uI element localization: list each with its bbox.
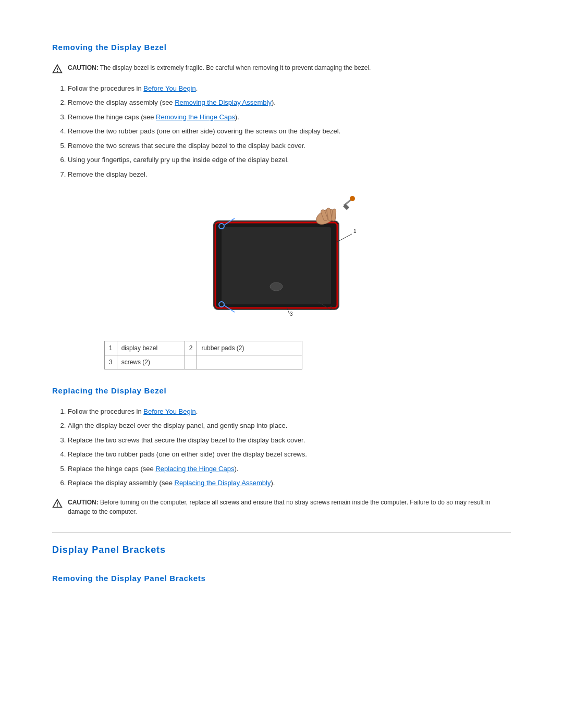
bezel-diagram: 1 2 3 <box>198 190 365 330</box>
before-you-begin-link-1[interactable]: Before You Begin <box>143 84 195 92</box>
parts-row-1: 1 display bezel 2 rubber pads (2) <box>105 341 302 355</box>
replacing-display-assembly-link[interactable]: Replacing the Display Assembly <box>175 479 271 487</box>
part-num-3: 3 <box>105 355 117 369</box>
replacing-hinge-caps-link[interactable]: Replacing the Hinge Caps <box>155 465 234 473</box>
rep-step-2: Align the display bezel over the display… <box>68 421 511 431</box>
removing-bezel-steps: Follow the procedures in Before You Begi… <box>52 83 511 180</box>
svg-text:3: 3 <box>290 311 293 317</box>
part-label-1: display bezel <box>117 341 185 355</box>
caution-label-1: CAUTION: <box>68 64 99 71</box>
svg-line-6 <box>337 234 352 242</box>
caution-text-1: CAUTION: The display bezel is extremely … <box>68 63 371 72</box>
svg-point-5 <box>270 282 283 291</box>
rep-step-3: Replace the two screws that secure the d… <box>68 435 511 446</box>
before-you-begin-link-2[interactable]: Before You Begin <box>143 408 195 415</box>
removing-brackets-subsection: Removing the Display Panel Brackets <box>52 573 511 585</box>
rep-step-4: Replace the two rubber pads (one on eith… <box>68 449 511 460</box>
part-empty-2 <box>197 355 302 369</box>
svg-text:2: 2 <box>329 305 333 311</box>
display-panel-brackets-section: Display Panel Brackets Removing the Disp… <box>52 543 511 585</box>
bezel-diagram-container: 1 2 3 <box>52 190 511 330</box>
step-7: Remove the display bezel. <box>68 169 511 180</box>
step-5: Remove the two screws that secure the di… <box>68 141 511 151</box>
step-3: Remove the hinge caps (see Removing the … <box>68 112 511 122</box>
rep-step-6: Replace the display assembly (see Replac… <box>68 478 511 488</box>
caution-triangle-icon-2 <box>52 498 63 509</box>
caution-text-2: CAUTION: Before turning on the computer,… <box>68 498 511 516</box>
caution-message-1: The display bezel is extremely fragile. … <box>100 64 371 71</box>
svg-text:1: 1 <box>353 228 357 234</box>
caution-label-2: CAUTION: <box>68 499 99 506</box>
removing-bezel-title: Removing the Display Bezel <box>52 42 511 54</box>
step-1: Follow the procedures in Before You Begi… <box>68 83 511 94</box>
caution-block-2: CAUTION: Before turning on the computer,… <box>52 498 511 516</box>
svg-rect-15 <box>332 209 336 221</box>
section-divider <box>52 532 511 533</box>
display-panel-brackets-title: Display Panel Brackets <box>52 543 511 557</box>
caution-message-2: Before turning on the computer, replace … <box>68 499 490 515</box>
caution-triangle-icon <box>52 64 63 74</box>
svg-point-22 <box>350 196 355 201</box>
part-num-1: 1 <box>105 341 117 355</box>
parts-table-bezel: 1 display bezel 2 rubber pads (2) 3 scre… <box>104 341 302 369</box>
replacing-bezel-steps: Follow the procedures in Before You Begi… <box>52 406 511 488</box>
svg-rect-4 <box>222 227 331 304</box>
part-label-3: screws (2) <box>117 355 185 369</box>
svg-point-24 <box>57 505 58 506</box>
caution-block-1: CAUTION: The display bezel is extremely … <box>52 63 511 74</box>
part-label-2: rubber pads (2) <box>197 341 302 355</box>
svg-point-1 <box>57 71 58 71</box>
removing-display-assembly-link[interactable]: Removing the Display Assembly <box>175 98 272 106</box>
step-6: Using your fingertips, carefully pry up … <box>68 155 511 165</box>
step-2: Remove the display assembly (see Removin… <box>68 97 511 108</box>
rep-step-5: Replace the hinge caps (see Replacing th… <box>68 464 511 474</box>
removing-bezel-section: Removing the Display Bezel CAUTION: The … <box>52 42 511 369</box>
replacing-bezel-section: Replacing the Display Bezel Follow the p… <box>52 385 511 516</box>
part-num-2: 2 <box>185 341 197 355</box>
removing-brackets-title: Removing the Display Panel Brackets <box>52 573 511 585</box>
part-empty-1 <box>185 355 197 369</box>
replacing-bezel-title: Replacing the Display Bezel <box>52 385 511 397</box>
rep-step-1: Follow the procedures in Before You Begi… <box>68 406 511 417</box>
removing-hinge-caps-link[interactable]: Removing the Hinge Caps <box>156 113 235 121</box>
step-4: Remove the two rubber pads (one on eithe… <box>68 126 511 137</box>
parts-row-2: 3 screws (2) <box>105 355 302 369</box>
